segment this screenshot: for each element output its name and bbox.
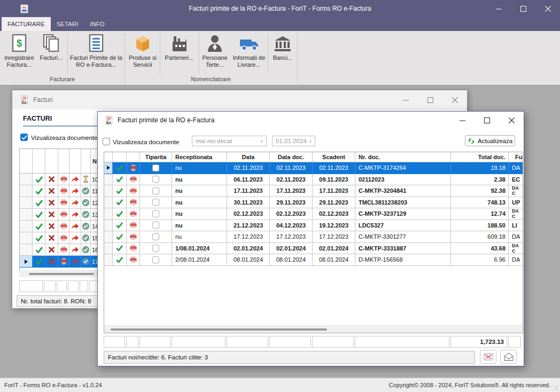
tiparita-cell	[140, 162, 172, 174]
printer-icon	[127, 174, 140, 186]
tiparita-checkbox[interactable]	[152, 222, 159, 229]
column-header[interactable]	[20, 149, 33, 174]
ribbon-button-truck[interactable]: Informatii de Livrare...	[230, 32, 268, 74]
column-header-Data doc.[interactable]: Data doc.	[270, 152, 313, 162]
mark-unread-button[interactable]	[480, 350, 496, 364]
column-header-icon[interactable]	[127, 152, 140, 162]
column-header-icon[interactable]	[104, 152, 113, 162]
nr-doc-cell: 02112023	[355, 174, 451, 186]
box-icon	[133, 32, 152, 52]
date-dropdown[interactable]: 01.01.2024▾	[272, 136, 315, 146]
column-header-Furnizor[interactable]: Furnizor	[509, 152, 523, 162]
ribbon-button-document-lines[interactable]: Facturi Primite de la RO e-Factura...	[68, 32, 124, 74]
column-header-Receptionata[interactable]: Receptionata	[172, 152, 227, 162]
invoice-row[interactable]: 1/08.01.202402.01.202402.01.202402.01.20…	[104, 243, 523, 255]
column-header-Total doc.[interactable]: Total doc.	[451, 152, 509, 162]
mark-read-button[interactable]	[500, 350, 517, 364]
nr-doc-cell: LDC5327	[355, 220, 451, 232]
invoice-row[interactable]: nu21.12.202304.12.202319.12.2023LDC53271…	[104, 220, 523, 232]
invoice-row[interactable]: nu17.11.202317.11.202317.11.2023C-MKTP-3…	[104, 185, 523, 197]
tiparita-checkbox[interactable]	[152, 256, 159, 263]
column-header[interactable]	[33, 149, 45, 174]
ribbon-button-invoice-dollar[interactable]: $Inregistrare Factura...	[2, 32, 36, 74]
filter-dropdown[interactable]: mai noi decat▾	[192, 136, 267, 146]
ribbon-button-documents-stack[interactable]: Facturi...	[35, 32, 67, 74]
column-header-Tiparita[interactable]: Tiparita	[140, 152, 172, 162]
resize-grip[interactable]	[553, 385, 558, 390]
facturi-visualize-checkbox[interactable]	[20, 134, 28, 141]
summary-cell	[172, 336, 225, 348]
efactura-visualize-checkbox[interactable]	[103, 138, 110, 145]
tab-setari[interactable]: SETARI	[51, 17, 84, 31]
factory-icon	[170, 32, 189, 52]
printer-icon	[127, 197, 140, 209]
ribbon-button-bank[interactable]: Banci...	[269, 32, 297, 74]
maximize-button[interactable]	[511, 0, 535, 17]
efactura-grid-hscrollbar[interactable]	[104, 325, 523, 333]
check-icon	[33, 256, 45, 268]
tiparita-checkbox[interactable]	[152, 199, 159, 206]
efactura-maximize-button[interactable]	[475, 112, 499, 129]
ribbon-separator	[67, 33, 68, 74]
receptionata-cell: 1/08.01.2024	[172, 243, 227, 255]
column-header[interactable]	[69, 149, 81, 174]
ribbon-button-box[interactable]: Produse si Servicii	[126, 32, 159, 74]
tiparita-checkbox[interactable]	[152, 187, 159, 194]
ribbon-button-label: Persoane Terte...	[199, 54, 230, 68]
column-header-icon[interactable]	[113, 152, 127, 162]
column-header-Scadent[interactable]: Scadent	[313, 152, 355, 162]
tiparita-checkbox[interactable]	[152, 164, 159, 171]
facturi-minimize-button[interactable]	[393, 90, 418, 109]
column-header[interactable]	[58, 149, 69, 174]
check-icon	[113, 185, 127, 197]
facturi-maximize-button[interactable]	[418, 90, 442, 109]
invoice-row[interactable]: nu06.11.202302.11.202309.11.202302112023…	[104, 174, 523, 186]
tiparita-checkbox[interactable]	[152, 245, 159, 252]
invoice-row[interactable]: 2/08.01.202408.01.202408.01.202408.01.20…	[104, 254, 523, 266]
tiparita-checkbox[interactable]	[152, 210, 159, 217]
summary-cell	[19, 280, 43, 292]
ribbon-button-person[interactable]: Persoane Terte...	[199, 32, 230, 74]
minimize-button[interactable]	[486, 0, 511, 17]
receptionata-cell: nu	[172, 220, 227, 232]
forward-arrow-icon	[69, 197, 81, 209]
refresh-button[interactable]: Actualizeaza	[465, 135, 515, 146]
mdi-area: Facturi FACTURI Vizualizeaza documente N…	[0, 85, 560, 378]
cross-icon	[45, 197, 58, 209]
forward-arrow-icon	[69, 209, 81, 221]
tiparita-checkbox[interactable]	[152, 176, 159, 183]
check-circle-icon	[81, 197, 91, 209]
ribbon-button-factory[interactable]: Parteneri...	[160, 32, 198, 74]
printer-icon	[127, 220, 140, 232]
total-doc-cell: 748.13	[451, 197, 509, 209]
column-header-Data[interactable]: Data	[227, 152, 270, 162]
tab-facturare[interactable]: FACTURARE	[2, 17, 51, 31]
cross-icon	[45, 221, 58, 232]
furnizor-cell: LI	[509, 220, 523, 232]
column-header[interactable]	[45, 149, 58, 174]
receptionata-cell: nu	[172, 231, 227, 243]
invoice-row[interactable]: nu30.11.202329.11.202329.11.2023TMCL3811…	[104, 197, 523, 209]
receptionata-cell: nu	[172, 197, 227, 209]
total-doc-cell: 609.18	[451, 231, 509, 243]
invoice-row[interactable]: nu02.12.202302.12.202302.12.2023C-MKTP-3…	[104, 208, 523, 220]
invoice-row[interactable]: nu02.11.202302.11.202302.11.2023C-MKTP-3…	[104, 162, 523, 174]
close-button[interactable]	[535, 0, 560, 17]
summary-cell	[126, 336, 138, 348]
tiparita-checkbox[interactable]	[152, 233, 159, 240]
column-header[interactable]	[81, 149, 91, 174]
check-icon	[33, 232, 45, 244]
summary-cell	[57, 280, 67, 292]
data-doc-cell: 08.01.2024	[270, 254, 313, 266]
column-header-Nr. doc.[interactable]: Nr. doc.	[355, 152, 451, 162]
tab-info[interactable]: INFO	[84, 17, 110, 31]
statusbar-copyright: Copyright© 2008 - 2024, ForIT Solutions®…	[389, 382, 550, 388]
invoice-row[interactable]: nu17.12.202317.12.202317.12.2023C-MKTP-3…	[104, 231, 523, 243]
summary-cell	[68, 280, 79, 292]
tiparita-cell	[140, 197, 172, 209]
efactura-minimize-button[interactable]	[450, 112, 475, 129]
forward-arrow-icon	[69, 256, 81, 268]
facturi-close-button[interactable]	[442, 90, 467, 109]
efactura-close-button[interactable]	[499, 112, 524, 129]
scadent-cell: 29.11.2023	[313, 197, 355, 209]
